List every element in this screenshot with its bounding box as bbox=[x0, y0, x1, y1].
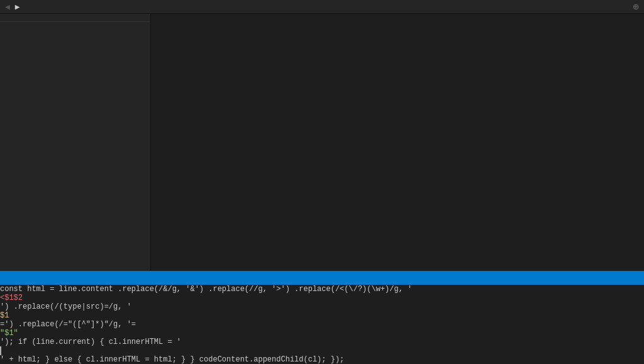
editor-area bbox=[151, 14, 644, 271]
nav-arrows: ◀ ▶ bbox=[0, 2, 25, 12]
editor-content[interactable] bbox=[151, 14, 644, 271]
title-bar: ◀ ▶ ⊕ bbox=[0, 0, 644, 14]
code-content[interactable] bbox=[176, 14, 644, 271]
nav-forward-button[interactable]: ▶ bbox=[14, 2, 21, 12]
line-numbers bbox=[151, 14, 176, 271]
sidebar-header bbox=[0, 14, 150, 22]
tabs-bar bbox=[25, 0, 628, 14]
new-tab-button[interactable]: ⊕ bbox=[628, 1, 644, 13]
main-layout bbox=[0, 14, 644, 271]
status-bar bbox=[0, 271, 644, 285]
nav-back-button[interactable]: ◀ bbox=[4, 2, 11, 12]
sidebar-content bbox=[0, 22, 150, 271]
sidebar bbox=[0, 14, 151, 271]
